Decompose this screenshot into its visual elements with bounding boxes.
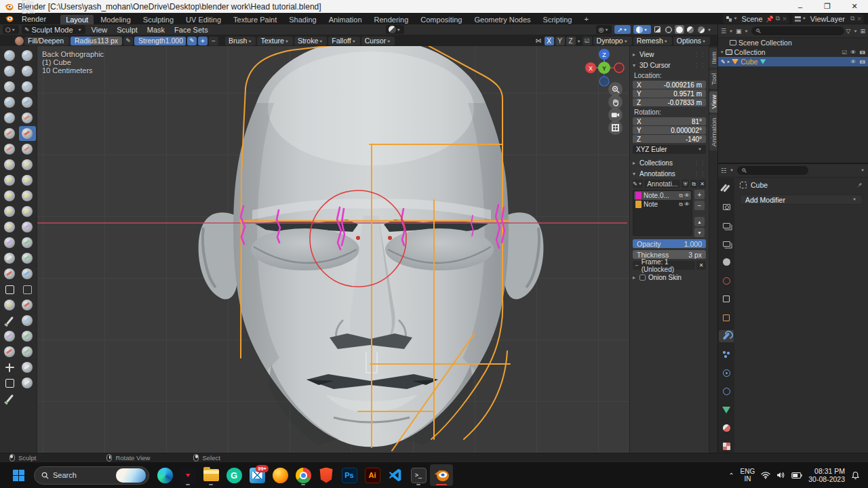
tool-rotate-tool[interactable] bbox=[19, 360, 36, 375]
show-gizmo-button[interactable]: ◎▾ bbox=[596, 25, 612, 34]
tool-snake-hook[interactable] bbox=[19, 173, 36, 188]
overlays-button[interactable]: ▾ bbox=[633, 25, 651, 34]
tool-inflate[interactable] bbox=[1, 95, 18, 110]
close-icon[interactable]: ✕ bbox=[856, 16, 862, 22]
tool-elastic-deform[interactable] bbox=[1, 173, 18, 188]
dropdown-falloff[interactable]: Falloff▾ bbox=[328, 37, 359, 45]
search-highlight-thumbnail[interactable] bbox=[116, 468, 146, 483]
properties-tab-particles[interactable] bbox=[719, 348, 734, 361]
workspace-tab-geometry-nodes[interactable]: Geometry Nodes bbox=[469, 15, 536, 24]
taskbar-app-photoshop[interactable]: Ps bbox=[338, 464, 361, 486]
dropdown-cursor[interactable]: Cursor▾ bbox=[361, 37, 395, 45]
vp-menu-view[interactable]: View bbox=[87, 26, 113, 34]
taskbar-app-brave[interactable] bbox=[315, 464, 338, 486]
add-workspace-button[interactable]: + bbox=[578, 14, 593, 24]
tool-draw-sharp[interactable] bbox=[19, 48, 36, 63]
add-modifier-button[interactable]: Add Modifier ▾ bbox=[740, 195, 863, 205]
cursor-rotation-y[interactable]: Y0.000002° bbox=[633, 126, 706, 134]
notification-bell-icon[interactable] bbox=[851, 471, 860, 480]
annotation-layer-note[interactable]: Note⧉👁︎ bbox=[634, 200, 691, 209]
tool-simulate[interactable] bbox=[19, 235, 36, 250]
tool-draw-face-sets[interactable] bbox=[19, 266, 36, 281]
layer-color-swatch[interactable] bbox=[635, 192, 642, 199]
outliner-row-scene-collection[interactable]: Scene Collection bbox=[718, 38, 868, 47]
taskbar-app-blender[interactable] bbox=[430, 464, 453, 486]
properties-tab-constraints[interactable] bbox=[719, 385, 734, 397]
pin-icon[interactable]: 📌︎ bbox=[856, 182, 863, 188]
eye-icon[interactable]: 👁︎ bbox=[684, 192, 690, 199]
cursor-location-y[interactable]: Y0.9571 m bbox=[633, 89, 706, 98]
add-layer-button[interactable]: + bbox=[694, 190, 705, 199]
tool-boundary[interactable] bbox=[19, 220, 36, 235]
opacity-slider[interactable]: Opacity 1.000 bbox=[633, 239, 706, 248]
language-indicator[interactable]: ENG IN bbox=[741, 468, 755, 483]
strength-pressure-button[interactable]: ✎ bbox=[187, 37, 197, 45]
tool-color-filter[interactable] bbox=[1, 329, 18, 344]
editor-properties-icon[interactable]: ☷ bbox=[721, 167, 726, 174]
pan-view-button[interactable] bbox=[608, 95, 623, 109]
eye-icon[interactable]: 👁︎ bbox=[684, 201, 690, 208]
properties-tab-world[interactable] bbox=[719, 274, 734, 287]
camera-restrict-icon[interactable]: 📷︎ bbox=[860, 58, 866, 65]
frame-lock-field[interactable]: ⌐ Frame: 1 (Unlocked) bbox=[633, 261, 695, 270]
workspace-tab-modeling[interactable]: Modeling bbox=[95, 15, 136, 24]
clock[interactable]: 08:31 PM 30-08-2023 bbox=[808, 467, 845, 483]
disclosure-triangle-icon[interactable]: ▾ bbox=[721, 49, 724, 55]
strength-slider[interactable]: Strength 1.000 bbox=[134, 37, 186, 45]
cursor-rotation-x[interactable]: X81° bbox=[633, 117, 706, 125]
properties-tab-view-layer[interactable] bbox=[719, 238, 734, 250]
menu-render[interactable]: Render bbox=[17, 15, 53, 23]
properties-tab-collection[interactable] bbox=[719, 293, 734, 305]
workspace-tab-shading[interactable]: Shading bbox=[283, 15, 321, 24]
radius-pressure-button[interactable]: ✎ bbox=[123, 37, 133, 45]
taskbar-app-mail[interactable]: 99+ bbox=[245, 464, 269, 486]
tool-box-mask[interactable] bbox=[1, 282, 18, 297]
taskbar-app-vscode[interactable] bbox=[384, 464, 407, 486]
tool-rotate[interactable] bbox=[19, 204, 36, 219]
copy-icon[interactable]: ⧉ bbox=[850, 15, 854, 22]
workspace-tab-layout[interactable]: Layout bbox=[60, 15, 94, 24]
panel-3dcursor-header[interactable]: ▾ 3D Cursor ⋮⋮ bbox=[633, 60, 706, 70]
dropdown-options[interactable]: Options▾ bbox=[673, 37, 710, 45]
onion-skin-checkbox[interactable] bbox=[639, 274, 646, 281]
panel-annotations-header[interactable]: ▾ Annotations ⋮⋮ bbox=[633, 169, 706, 178]
tool-pinch[interactable] bbox=[1, 157, 18, 172]
tool-fill-deepen[interactable] bbox=[19, 126, 36, 141]
properties-tab-physics[interactable] bbox=[719, 367, 734, 379]
properties-tab-scene[interactable] bbox=[719, 256, 734, 268]
display-mode-icon[interactable]: ☰ bbox=[721, 28, 726, 35]
cursor-location-x[interactable]: X-0.009216 m bbox=[633, 81, 706, 89]
start-button[interactable] bbox=[7, 464, 30, 486]
shading-wireframe-button[interactable] bbox=[664, 25, 673, 34]
thickness-slider[interactable]: Thickness 3 px bbox=[633, 250, 706, 259]
taskbar-app-explorer[interactable] bbox=[199, 464, 222, 486]
close-button[interactable]: ✕ bbox=[841, 0, 868, 13]
properties-tab-data[interactable] bbox=[719, 403, 734, 415]
new-datablock-button[interactable]: ⧉ bbox=[690, 180, 698, 188]
tool-move[interactable] bbox=[1, 360, 18, 375]
annotation-type-button[interactable]: ✎▾ bbox=[633, 180, 643, 188]
tool-layer[interactable] bbox=[19, 79, 36, 94]
tool-scrape[interactable] bbox=[1, 142, 18, 157]
tool-grab[interactable] bbox=[19, 157, 36, 172]
workspace-tab-rendering[interactable]: Rendering bbox=[369, 15, 414, 24]
shading-rendered-button[interactable] bbox=[696, 25, 706, 34]
unlink-icon[interactable]: ✕ bbox=[782, 16, 787, 22]
workspace-tab-sculpting[interactable]: Sculpting bbox=[138, 15, 179, 24]
copy-icon[interactable]: ⧉ bbox=[679, 192, 683, 199]
fake-user-button[interactable]: ⛨ bbox=[682, 180, 689, 188]
zoom-view-button[interactable] bbox=[608, 82, 623, 96]
tool-box-hide[interactable] bbox=[19, 282, 36, 297]
viewport-3d[interactable]: Back Orthographic(1) Cube10 Centimeters … bbox=[0, 46, 717, 453]
tool-edit-face-set[interactable] bbox=[19, 329, 36, 344]
tool-scale[interactable] bbox=[1, 375, 18, 390]
snap-button[interactable]: ↗▾ bbox=[614, 25, 631, 34]
vp-menu-sculpt[interactable]: Sculpt bbox=[112, 26, 142, 34]
workspace-tab-scripting[interactable]: Scripting bbox=[538, 15, 578, 24]
taskbar-app-edge[interactable] bbox=[153, 464, 176, 486]
properties-tab-render[interactable] bbox=[719, 201, 734, 213]
eye-icon[interactable]: 👁︎ bbox=[850, 49, 856, 56]
taskbar-app-grammarly[interactable]: G bbox=[222, 464, 245, 486]
scene-selector[interactable]: ▾ Scene 📌 ⧉ ✕ bbox=[723, 14, 789, 24]
annotation-layer-note-001[interactable]: Note.0...⧉👁︎ bbox=[634, 191, 691, 200]
